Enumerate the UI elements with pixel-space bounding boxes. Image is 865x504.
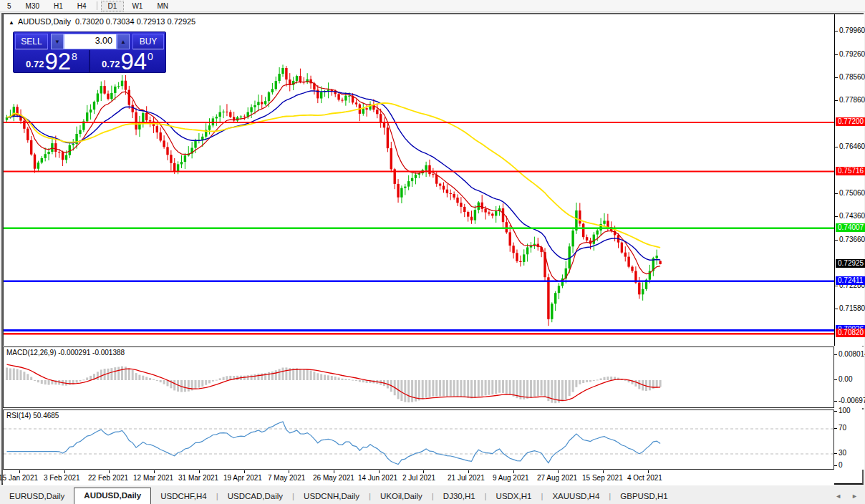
price-tick-label: 0.77860 bbox=[839, 96, 865, 104]
tab-GBPUSD-H1[interactable]: GBPUSD,H1 bbox=[611, 489, 677, 504]
chart-tab-bar: EURUSD,DailyAUDUSD,DailyUSDCHF,H4|USDCAD… bbox=[0, 486, 865, 504]
price-tick-label: 0.71580 bbox=[839, 304, 865, 312]
price-axis: 0.799600.792600.785600.778600.764600.750… bbox=[834, 14, 864, 346]
sell-button[interactable]: SELL bbox=[15, 34, 48, 49]
macd-pane[interactable]: MACD(12,26,9) -0.000291 -0.001388 bbox=[3, 346, 834, 408]
axis-tick bbox=[834, 428, 837, 429]
date-tick bbox=[244, 470, 245, 473]
sell-price[interactable]: 0.72 92 8 bbox=[15, 50, 88, 73]
volume-increase-button[interactable]: ▲ bbox=[117, 34, 130, 49]
price-divider bbox=[89, 50, 90, 73]
chart-ohlc-values: 0.73020 0.73034 0.72913 0.72925 bbox=[75, 17, 195, 26]
axis-tick bbox=[834, 354, 837, 355]
axis-tick bbox=[834, 465, 837, 466]
tab-DJ30-H1[interactable]: DJ30,H1 bbox=[434, 489, 485, 504]
buy-button[interactable]: BUY bbox=[132, 34, 164, 49]
axis-tick bbox=[834, 379, 837, 380]
date-tick-label: 19 Apr 2021 bbox=[223, 474, 262, 482]
price-tick-label: 0.75060 bbox=[839, 189, 865, 197]
axis-tick bbox=[835, 147, 838, 147]
date-tick bbox=[109, 470, 110, 473]
volume-input[interactable]: 3.00 bbox=[64, 34, 117, 49]
chart-symbol-label: AUDUSD,Daily bbox=[18, 17, 71, 26]
one-click-trade-panel: SELL ▼ 3.00 ▲ BUY 0.72 92 8 0.72 94 0 bbox=[13, 32, 166, 73]
tab-USDCNH-Daily[interactable]: USDCNH,Daily bbox=[294, 489, 369, 504]
date-tick-label: 12 Mar 2021 bbox=[133, 474, 173, 482]
axis-tick bbox=[834, 453, 837, 454]
price-tick-label: 0.74360 bbox=[839, 212, 865, 220]
price-tick-label: 0.79260 bbox=[839, 50, 865, 58]
rsi-pane[interactable]: RSI(14) 50.4685 bbox=[3, 410, 834, 470]
axis-tick bbox=[835, 286, 838, 286]
macd-label: MACD(12,26,9) -0.000291 -0.001388 bbox=[6, 349, 125, 357]
date-tick-label: 4 Oct 2021 bbox=[627, 474, 662, 482]
date-tick bbox=[558, 470, 559, 473]
rsi-tick-label: 0 bbox=[839, 461, 843, 469]
tab-USDCHF-H4[interactable]: USDCHF,H4 bbox=[151, 489, 216, 504]
buy-price-prefix: 0.72 bbox=[102, 59, 120, 69]
tab-USDCAD-Daily[interactable]: USDCAD,Daily bbox=[218, 489, 292, 504]
tab-USDX-H1[interactable]: USDX,H1 bbox=[487, 489, 541, 504]
date-tick-label: 14 Jun 2021 bbox=[358, 474, 397, 482]
tab-XAUUSD-H4[interactable]: XAUUSD,H4 bbox=[543, 489, 609, 504]
rsi-tick-label: 100 bbox=[839, 407, 851, 415]
level-price-marker: 0.74007 bbox=[836, 223, 865, 232]
macd-tick-label: -0.00697 bbox=[839, 397, 865, 404]
date-tick-label: 3 Feb 2021 bbox=[44, 474, 80, 482]
timeframe-D1-button[interactable]: D1 bbox=[101, 1, 125, 11]
axis-tick bbox=[835, 193, 838, 194]
current-price-marker: 0.72925 bbox=[836, 259, 865, 268]
date-tick-label: 15 Jan 2021 bbox=[0, 474, 38, 482]
timeframe-M30-button[interactable]: M30 bbox=[19, 1, 46, 11]
tab-EURUSD-Daily[interactable]: EURUSD,Daily bbox=[0, 489, 74, 504]
axis-tick bbox=[835, 216, 838, 217]
date-tick bbox=[423, 470, 424, 473]
sell-price-main: 92 bbox=[44, 51, 71, 72]
collapse-icon[interactable]: ▲ bbox=[9, 19, 14, 26]
axis-tick bbox=[834, 411, 837, 412]
date-tick-label: 22 Feb 2021 bbox=[88, 474, 128, 482]
toolbar-separator bbox=[97, 1, 97, 10]
date-tick bbox=[603, 470, 604, 473]
rsi-canvas[interactable] bbox=[4, 410, 834, 469]
axis-tick bbox=[835, 77, 838, 78]
timeframe-H1-button[interactable]: H1 bbox=[47, 1, 69, 11]
level-price-marker: 0.70820 bbox=[836, 329, 865, 337]
volume-decrease-button[interactable]: ▼ bbox=[51, 34, 64, 49]
date-tick-label: 15 Sep 2021 bbox=[582, 474, 623, 482]
timeframe-H4-button[interactable]: H4 bbox=[71, 1, 93, 11]
level-price-marker: 0.77200 bbox=[836, 117, 865, 126]
date-tick-label: 26 May 2021 bbox=[313, 474, 354, 482]
date-tick-label: 27 Aug 2021 bbox=[537, 474, 577, 482]
chart-window: ▲AUDUSD,Daily 0.73020 0.73034 0.72913 0.… bbox=[1, 13, 864, 485]
price-tick-label: 0.78560 bbox=[839, 73, 865, 81]
macd-tick-label: 0.008014 bbox=[839, 350, 865, 358]
mt4-application: 5M30H1H4D1W1MN ▲AUDUSD,Daily 0.73020 0.7… bbox=[0, 0, 865, 504]
date-tick bbox=[199, 470, 200, 473]
level-price-marker: 0.72411 bbox=[836, 276, 865, 285]
price-tick-label: 0.79960 bbox=[839, 26, 865, 34]
axis-tick bbox=[835, 240, 838, 241]
date-tick bbox=[379, 470, 380, 473]
axis-tick bbox=[835, 309, 838, 309]
date-tick bbox=[19, 470, 20, 473]
rsi-tick-label: 30 bbox=[839, 449, 846, 457]
timeframe-5-button[interactable]: 5 bbox=[1, 1, 18, 11]
tab-UKOil-Daily[interactable]: UKOil,Daily bbox=[371, 489, 432, 504]
buy-price-pip: 0 bbox=[148, 51, 153, 62]
date-tick bbox=[64, 470, 65, 473]
timeframe-MN-button[interactable]: MN bbox=[150, 1, 175, 11]
axis-tick bbox=[834, 401, 837, 402]
tab-scroll-right-icon[interactable]: ► bbox=[851, 493, 858, 500]
axis-tick bbox=[835, 31, 838, 32]
buy-price[interactable]: 0.72 94 0 bbox=[91, 50, 164, 73]
rsi-axis: 100 70 30 0 bbox=[834, 410, 864, 470]
macd-canvas[interactable] bbox=[4, 347, 834, 407]
tab-scroll-left-icon[interactable]: ◄ bbox=[835, 493, 841, 500]
timeframe-W1-button[interactable]: W1 bbox=[125, 1, 149, 11]
date-tick-label: 21 Jul 2021 bbox=[448, 474, 485, 482]
price-tick-label: 0.73660 bbox=[839, 236, 865, 243]
date-tick bbox=[154, 470, 155, 473]
date-tick-label: 2 Jul 2021 bbox=[402, 474, 435, 482]
tab-AUDUSD-Daily[interactable]: AUDUSD,Daily bbox=[74, 488, 151, 504]
